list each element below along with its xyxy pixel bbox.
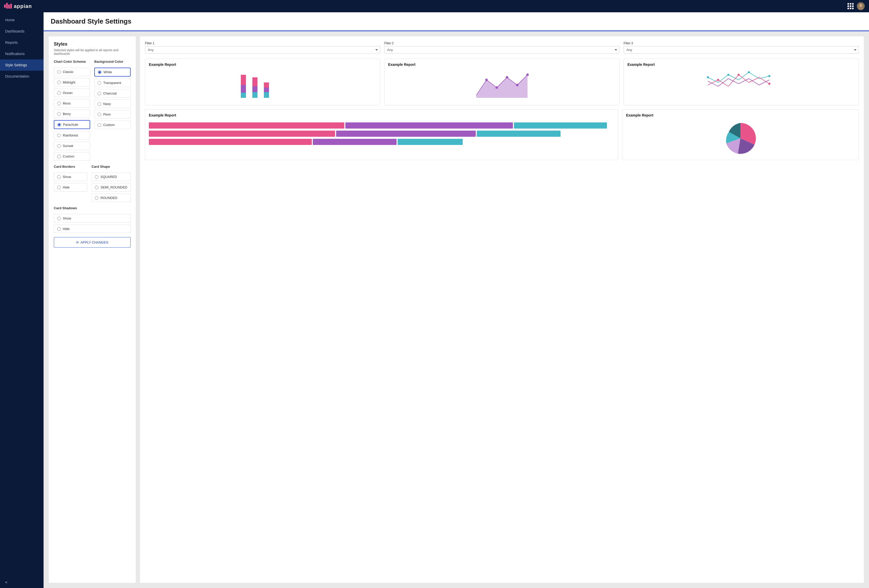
card-borders-section: Card Borders Show Hide [54, 165, 87, 202]
grid-icon[interactable] [847, 3, 854, 9]
style-settings-label: Style Settings [5, 63, 27, 67]
bg-charcoal-radio[interactable] [98, 92, 101, 95]
svg-marker-15 [476, 75, 528, 98]
svg-point-19 [516, 84, 519, 86]
svg-point-23 [748, 71, 750, 73]
shadows-show-radio[interactable] [57, 217, 61, 220]
line-chart-card: Example Report [624, 59, 859, 105]
area-chart-svg [388, 70, 615, 101]
scheme-rainforest[interactable]: Rainforest [54, 131, 90, 139]
hbar-row-2 [149, 130, 614, 137]
page-header: Dashboard Style Settings [43, 12, 869, 31]
scheme-ocean-radio[interactable] [57, 91, 61, 95]
bg-custom[interactable]: Custom [94, 121, 130, 129]
shadows-hide[interactable]: Hide [54, 225, 130, 233]
scheme-parachute-radio[interactable] [57, 123, 61, 126]
filter2-select[interactable]: Any [384, 46, 620, 53]
pie-chart-card: Example Report [622, 110, 859, 160]
chart-color-label: Chart Color Scheme [54, 60, 90, 64]
sidebar-item-documentation[interactable]: Documentation [0, 71, 43, 82]
filter1-select[interactable]: Any [145, 46, 380, 53]
sidebar-item-notifications[interactable]: Notifications [0, 48, 43, 59]
sidebar-item-style-settings[interactable]: Style Settings [0, 59, 43, 71]
scheme-custom[interactable]: Custom [54, 152, 90, 161]
scheme-rainforest-radio[interactable] [57, 134, 61, 137]
bg-navy[interactable]: Navy [94, 100, 130, 108]
card-borders-label: Card Borders [54, 165, 87, 169]
scheme-classic-radio[interactable] [57, 70, 61, 74]
bg-plum[interactable]: Plum [94, 110, 130, 118]
avatar[interactable] [857, 2, 865, 10]
bar-chart-card: Example Report [145, 59, 380, 105]
scheme-midnight-radio[interactable] [57, 81, 61, 84]
app-body: Home Dashboards Reports Notifications St… [0, 12, 869, 588]
bg-transparent-radio[interactable] [98, 81, 101, 85]
bg-custom-radio[interactable] [98, 123, 101, 127]
svg-point-24 [768, 75, 770, 77]
card-section: Card Borders Show Hide Card Shape [54, 165, 130, 202]
borders-hide-radio[interactable] [57, 186, 61, 189]
scheme-moss-radio[interactable] [57, 102, 61, 105]
area-chart-card: Example Report [384, 59, 620, 105]
pie-chart-title: Example Report [626, 113, 855, 117]
apply-changes-button[interactable]: ⟳ APPLY CHANGES [54, 237, 130, 247]
scheme-moss[interactable]: Moss [54, 99, 90, 108]
chart-color-section: Chart Color Scheme Classic Midnight Ocea… [54, 60, 90, 161]
filter1-group: Filter 1 Any [145, 41, 380, 53]
bg-white-radio[interactable] [98, 70, 101, 74]
sidebar: Home Dashboards Reports Notifications St… [0, 12, 43, 588]
hbar-row-1 [149, 122, 614, 129]
borders-show[interactable]: Show [54, 173, 87, 181]
scheme-classic[interactable]: Classic [54, 68, 90, 76]
borders-hide[interactable]: Hide [54, 183, 87, 191]
card-shadows-label: Card Shadows [54, 206, 130, 210]
filter1-label: Filter 1 [145, 41, 380, 45]
svg-point-4 [859, 4, 862, 7]
scheme-section: Chart Color Scheme Classic Midnight Ocea… [54, 60, 130, 161]
scheme-midnight[interactable]: Midnight [54, 78, 90, 87]
bg-navy-radio[interactable] [98, 102, 101, 106]
scheme-berry[interactable]: Berry [54, 110, 90, 118]
bg-transparent[interactable]: Transparent [94, 78, 130, 87]
shadows-hide-radio[interactable] [57, 227, 61, 231]
hbar-chart-card: Example Report [145, 110, 618, 160]
reports-bottom-row: Example Report [145, 110, 859, 160]
scheme-sunset-radio[interactable] [57, 144, 61, 148]
line-chart-title: Example Report [627, 62, 855, 67]
scheme-sunset[interactable]: Sunset [54, 142, 90, 150]
bar-chart-title: Example Report [149, 62, 376, 67]
appian-logo-icon [4, 3, 12, 10]
bg-plum-radio[interactable] [98, 113, 101, 116]
svg-rect-1 [6, 3, 8, 9]
shape-squared[interactable]: SQUARED [92, 173, 130, 181]
hbar-chart-title: Example Report [149, 113, 614, 117]
filter2-label: Filter 2 [384, 41, 620, 45]
sidebar-collapse-button[interactable]: « [0, 576, 43, 588]
hbar-row-3 [149, 139, 614, 145]
reports-top-row: Example Report [145, 59, 859, 105]
sidebar-item-home[interactable]: Home [0, 14, 43, 26]
sidebar-item-reports[interactable]: Reports [0, 37, 43, 48]
shape-semi-rounded-radio[interactable] [95, 186, 98, 189]
filter3-select[interactable]: Any [624, 46, 859, 53]
background-color-label: Background Color [94, 60, 130, 64]
svg-rect-8 [241, 93, 246, 98]
svg-point-25 [717, 79, 719, 81]
shape-squared-radio[interactable] [95, 175, 98, 179]
bg-white[interactable]: White [94, 68, 130, 77]
sidebar-item-dashboards[interactable]: Dashboards [0, 26, 43, 37]
scheme-berry-radio[interactable] [57, 112, 61, 116]
shadows-show[interactable]: Show [54, 214, 130, 222]
shape-rounded[interactable]: ROUNDED [92, 194, 130, 202]
bg-charcoal[interactable]: Charcoal [94, 89, 130, 98]
logo-text: appian [14, 3, 32, 9]
shape-semi-rounded[interactable]: SEMI_ROUNDED [92, 183, 130, 191]
card-shadows-section: Card Shadows Show Hide [54, 206, 130, 233]
scheme-ocean[interactable]: Ocean [54, 89, 90, 97]
notifications-label: Notifications [5, 52, 25, 56]
scheme-parachute[interactable]: Parachute [54, 120, 90, 129]
shape-rounded-radio[interactable] [95, 196, 98, 200]
borders-show-radio[interactable] [57, 175, 61, 179]
scheme-custom-radio[interactable] [57, 155, 61, 158]
page-title: Dashboard Style Settings [51, 18, 862, 25]
